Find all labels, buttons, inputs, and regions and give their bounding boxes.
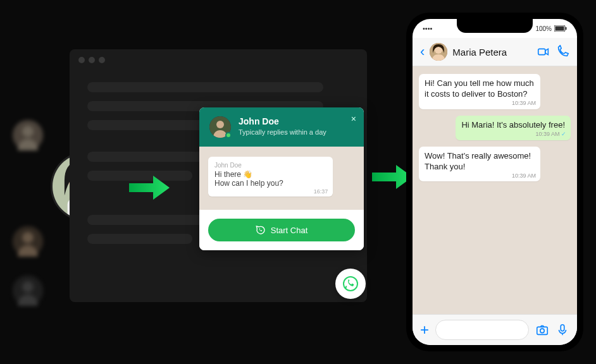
message-incoming: Wow! That's really awesome! Thank you! 1…: [419, 147, 540, 182]
greeting-message: John Doe Hi there 👋 How can I help you? …: [208, 157, 333, 197]
chat-widget: × John Doe Typically replies within a da…: [199, 107, 364, 250]
window-controls: [78, 57, 105, 63]
agent-name: John Doe: [239, 116, 326, 126]
presence-indicator: [225, 132, 232, 138]
chat-header: ‹ Maria Petera: [413, 38, 577, 66]
phone-screen: •••• 100% ‹ Maria Petera Hi! Can you tel…: [413, 19, 577, 345]
avatar-thumb: [13, 276, 43, 306]
message-line: How can I help you?: [214, 179, 326, 188]
message-time: 10:39 AM: [512, 100, 536, 107]
phone-frame: •••• 100% ‹ Maria Petera Hi! Can you tel…: [406, 13, 583, 351]
svg-rect-13: [556, 27, 564, 31]
arrow-icon: [129, 172, 170, 203]
message-time: 10:39 AM: [512, 173, 536, 180]
contact-avatar[interactable]: [430, 43, 447, 61]
phone-call-icon[interactable]: [556, 45, 569, 59]
message-line: Hi there 👋: [214, 170, 326, 179]
start-chat-label: Start Chat: [271, 226, 308, 235]
close-icon[interactable]: ×: [351, 114, 356, 124]
svg-rect-18: [537, 327, 548, 334]
contact-name[interactable]: Maria Petera: [452, 47, 531, 58]
widget-footer: Start Chat: [199, 210, 364, 250]
avatar-thumb: [13, 120, 43, 150]
whatsapp-icon: [256, 225, 266, 235]
message-input[interactable]: [435, 320, 529, 340]
side-avatars: [13, 120, 43, 325]
phone-notch: [457, 19, 533, 33]
skeleton-line: [87, 234, 192, 244]
start-chat-button[interactable]: Start Chat: [208, 219, 355, 241]
message-incoming: Hi! Can you tell me how much it costs to…: [419, 74, 540, 109]
whatsapp-icon: [343, 276, 358, 291]
message-time: 16:37: [314, 188, 328, 195]
whatsapp-fab[interactable]: [335, 269, 366, 299]
message-text: Hi! Can you tell me how much it costs to…: [425, 78, 534, 99]
message-text: Hi Maria! It's absolutely free!: [461, 120, 565, 130]
signal-icon: ••••: [423, 25, 432, 32]
widget-body: John Doe Hi there 👋 How can I help you? …: [199, 147, 364, 210]
svg-point-3: [22, 232, 34, 243]
svg-rect-17: [538, 49, 545, 54]
svg-point-1: [22, 126, 34, 137]
chat-input-bar: +: [413, 314, 577, 345]
svg-point-10: [216, 121, 224, 128]
message-outgoing: Hi Maria! It's absolutely free! 10:39 AM: [456, 116, 571, 140]
message-time: 10:39 AM: [535, 131, 566, 138]
camera-icon[interactable]: [535, 323, 549, 337]
battery-level: 100%: [535, 25, 552, 32]
attach-button[interactable]: +: [420, 321, 429, 339]
battery-icon: [554, 25, 567, 32]
back-button[interactable]: ‹: [420, 44, 425, 60]
widget-header: × John Doe Typically replies within a da…: [199, 107, 364, 147]
microphone-icon[interactable]: [556, 323, 569, 337]
skeleton-line: [87, 82, 323, 92]
video-call-icon[interactable]: [537, 45, 550, 59]
svg-point-5: [22, 281, 34, 293]
chat-body[interactable]: Hi! Can you tell me how much it costs to…: [413, 66, 577, 314]
svg-rect-20: [561, 325, 564, 331]
svg-point-19: [540, 329, 544, 332]
avatar-thumb: [13, 226, 43, 257]
agent-subtitle: Typically replies within a day: [239, 128, 326, 136]
message-sender: John Doe: [214, 162, 326, 169]
svg-rect-14: [566, 27, 567, 30]
message-text: Wow! That's really awesome! Thank you!: [425, 151, 531, 171]
